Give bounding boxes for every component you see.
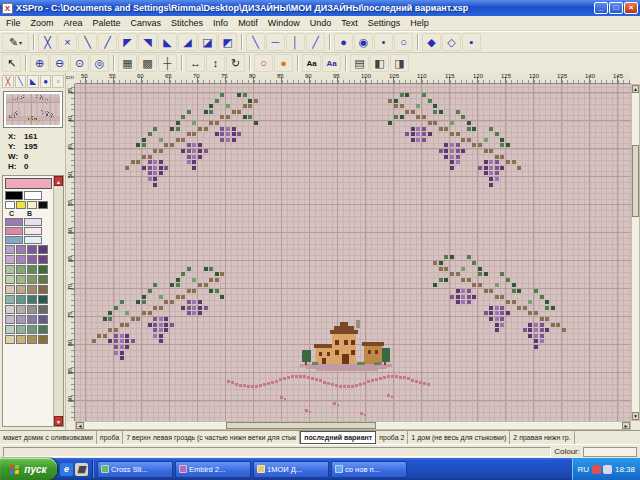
palette-swatch[interactable] — [16, 305, 26, 314]
export-motif-button[interactable]: ◨ — [390, 54, 409, 72]
square-stitch-button[interactable]: ▪ — [462, 33, 481, 51]
palette-swatch[interactable] — [5, 236, 23, 244]
maximize-button[interactable]: □ — [609, 2, 623, 14]
palette-swatch[interactable] — [16, 315, 26, 324]
palette-swatch[interactable] — [16, 255, 26, 264]
motif-library-button[interactable]: ▤ — [350, 54, 369, 72]
three-quarter-stitch-button[interactable]: ◪ — [198, 33, 217, 51]
flip-horizontal-button[interactable]: ↔ — [186, 54, 205, 72]
palette-swatch[interactable] — [5, 227, 23, 235]
start-button[interactable]: пуск — [0, 458, 57, 480]
bead-button[interactable]: ◉ — [354, 33, 373, 51]
palette-swatch[interactable] — [38, 255, 48, 264]
menu-stitches[interactable]: Stitches — [166, 17, 208, 29]
palette-scroll-up-icon[interactable]: ▲ — [54, 176, 63, 186]
vertical-scrollbar[interactable]: ▲ ▼ — [631, 84, 640, 421]
backstitch-vertical-button[interactable]: │ — [286, 33, 305, 51]
quicklaunch-browser[interactable]: e — [60, 463, 73, 476]
quicklaunch-desktop[interactable]: ▦ — [75, 463, 88, 476]
quarter-stitch-tl-button[interactable]: ◤ — [118, 33, 137, 51]
diamond-outline-stitch-button[interactable]: ◇ — [442, 33, 461, 51]
palette-swatch[interactable] — [38, 275, 48, 284]
palette-swatch[interactable] — [5, 305, 15, 314]
palette-swatch[interactable] — [5, 265, 15, 274]
palette-swatch[interactable] — [38, 201, 48, 209]
horizontal-scroll-thumb[interactable] — [226, 422, 376, 429]
flip-vertical-button[interactable]: ↕ — [206, 54, 225, 72]
palette-swatch[interactable] — [27, 305, 37, 314]
language-indicator[interactable]: RU — [577, 465, 589, 474]
menu-settings[interactable]: Settings — [363, 17, 406, 29]
palette-swatch[interactable] — [27, 335, 37, 344]
palette-swatch[interactable] — [5, 218, 23, 226]
rotate-button[interactable]: ↻ — [226, 54, 245, 72]
palette-swatch[interactable] — [27, 275, 37, 284]
taskbar-task-button[interactable]: Embird 2... — [175, 461, 251, 478]
menu-palette[interactable]: Palette — [88, 17, 126, 29]
current-colour-swatch[interactable] — [5, 178, 52, 189]
scroll-up-icon[interactable]: ▲ — [632, 85, 639, 93]
menu-info[interactable]: Info — [208, 17, 233, 29]
menu-window[interactable]: Window — [263, 17, 305, 29]
menu-motif[interactable]: Motif — [233, 17, 263, 29]
palette-swatch[interactable] — [24, 236, 42, 244]
palette-swatch[interactable] — [5, 335, 15, 344]
backstitch-horizontal-button[interactable]: ─ — [266, 33, 285, 51]
tray-volume-icon[interactable] — [603, 465, 612, 474]
menu-area[interactable]: Area — [59, 17, 88, 29]
half-stitch-forward-button[interactable]: ╱ — [98, 33, 117, 51]
grid-major-toggle-button[interactable]: ▩ — [138, 54, 157, 72]
palette-scrollbar[interactable]: ▲ ▼ — [53, 176, 63, 426]
palette-swatch[interactable] — [38, 325, 48, 334]
three-quarter-stitch-alt-button[interactable]: ◩ — [218, 33, 237, 51]
full-stitch-button[interactable]: ╳ — [38, 33, 57, 51]
palette-swatch[interactable] — [38, 305, 48, 314]
mini-quarter-stitch-button[interactable]: ◣ — [27, 75, 39, 88]
palette-swatch[interactable] — [16, 265, 26, 274]
minimize-button[interactable]: _ — [594, 2, 608, 14]
palette-swatch[interactable] — [16, 285, 26, 294]
palette-swatch[interactable] — [38, 245, 48, 254]
palette-swatch[interactable] — [27, 315, 37, 324]
pattern-tab[interactable]: последний вариант — [300, 431, 376, 444]
pattern-tab[interactable]: проба 2 — [376, 431, 408, 444]
half-stitch-back-button[interactable]: ╲ — [78, 33, 97, 51]
import-motif-button[interactable]: ◧ — [370, 54, 389, 72]
scroll-left-icon[interactable]: ◄ — [76, 422, 84, 429]
menu-zoom[interactable]: Zoom — [26, 17, 59, 29]
pencil-tool-button[interactable]: ✎▾ — [2, 33, 29, 51]
mini-full-stitch-button[interactable]: ╳ — [2, 75, 14, 88]
close-button[interactable]: × — [624, 2, 638, 14]
mini-half-stitch-button[interactable]: ╲ — [15, 75, 27, 88]
palette-swatch[interactable] — [16, 325, 26, 334]
palette-swatch[interactable] — [16, 275, 26, 284]
menu-help[interactable]: Help — [405, 17, 434, 29]
backstitch-button[interactable]: ╲ — [246, 33, 265, 51]
zoom-in-button[interactable]: ⊕ — [30, 54, 49, 72]
palette-swatch[interactable] — [16, 201, 26, 209]
zoom-out-button[interactable]: ⊖ — [50, 54, 69, 72]
palette-swatch[interactable] — [24, 191, 42, 200]
pattern-tab[interactable]: макет домик с оливковками — [0, 431, 97, 444]
pattern-tab[interactable]: 2 правая нижн гр. — [510, 431, 574, 444]
palette-swatch[interactable] — [5, 255, 15, 264]
zoom-fit-button[interactable]: ◎ — [90, 54, 109, 72]
palette-swatch[interactable] — [38, 295, 48, 304]
palette-swatch[interactable] — [27, 245, 37, 254]
palette-swatch[interactable] — [5, 275, 15, 284]
palette-swatch[interactable] — [5, 315, 15, 324]
palette-swatch[interactable] — [27, 255, 37, 264]
palette-swatch[interactable] — [38, 285, 48, 294]
outline-colour-button[interactable]: ○ — [254, 54, 273, 72]
long-stitch-button[interactable]: ╱ — [306, 33, 325, 51]
palette-swatch[interactable] — [27, 265, 37, 274]
center-view-button[interactable]: ┼ — [158, 54, 177, 72]
menu-text[interactable]: Text — [336, 17, 363, 29]
palette-swatch[interactable] — [27, 325, 37, 334]
pattern-tab[interactable]: 7 верхн левая гроздь (с частью нижн ветк… — [123, 431, 300, 444]
zoom-actual-button[interactable]: ⊙ — [70, 54, 89, 72]
taskbar-task-button[interactable]: Cross Sti... — [97, 461, 173, 478]
taskbar-task-button[interactable]: со нов п... — [331, 461, 407, 478]
text-tool-button[interactable]: Aa — [302, 54, 321, 72]
mini-select-button[interactable]: ▫ — [52, 75, 64, 88]
